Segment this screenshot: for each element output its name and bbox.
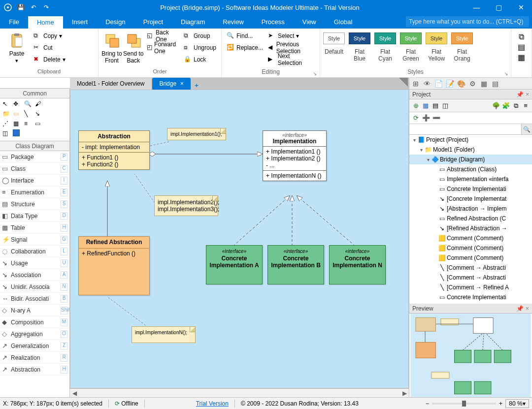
arrow-icon[interactable]: ↘	[34, 110, 42, 118]
tree-node[interactable]: ▭Concrete Implementati	[409, 292, 532, 302]
tree-node[interactable]: 🟨Comment (Comment)	[409, 233, 532, 243]
class-refined-abstraction[interactable]: Refined Abstraction + RefinedFunction ()	[78, 236, 150, 295]
forward-one-button[interactable]: ◰Forward One	[145, 42, 181, 53]
toolbox-search-input[interactable]	[0, 78, 72, 88]
find-button[interactable]: 🔍Find...	[225, 31, 265, 41]
conn1-icon[interactable]: ⋰	[2, 120, 10, 127]
tab-folder-overview[interactable]: Model1 - Folder Overview	[70, 78, 151, 90]
style-flatgreen[interactable]: Style	[400, 32, 422, 44]
pin-icon[interactable]: 📌	[516, 91, 524, 98]
color-swatch-icon[interactable]	[13, 129, 20, 136]
tool-b-icon[interactable]: ◫	[441, 101, 450, 110]
frame-icon[interactable]: ▭	[34, 120, 42, 127]
preview-pane-header[interactable]: Preview 📌×	[409, 304, 532, 314]
minimize-button[interactable]: —	[466, 0, 488, 15]
pointer-icon[interactable]: ↖	[2, 100, 10, 108]
prev-selection-button[interactable]: ◀Previous Selection	[266, 42, 317, 53]
add-tab-button[interactable]: ＋	[192, 81, 201, 90]
toolbox-item[interactable]: ↔Bidir. AssociatiB	[0, 293, 69, 305]
add-green-icon[interactable]: ⊕	[411, 101, 420, 110]
replace-button[interactable]: 🔁Replace...	[225, 42, 265, 53]
scroll-right-icon[interactable]: ▶	[400, 390, 409, 397]
collapsed-panel-handle[interactable]: ◀	[70, 90, 70, 99]
add-blue-icon[interactable]: ▦	[421, 101, 430, 110]
diagram-canvas[interactable]: ◀ Abstr	[70, 90, 409, 388]
tree-node[interactable]: ╲[Comment → Refined A	[409, 283, 532, 292]
project-tree[interactable]: ▾📘Project (Project)▾📁Model1 (Folder)▾🔷Br…	[409, 135, 532, 304]
tree-node[interactable]: 🟨Comment (Comment)	[409, 253, 532, 263]
close-icon[interactable]: ×	[180, 80, 184, 87]
toolbox-item[interactable]: ≡EnumerationE	[0, 187, 69, 198]
toolbox-item[interactable]: ▦TableH	[0, 222, 69, 234]
tab-bridge[interactable]: Bridge×	[152, 78, 191, 90]
toolbox-item[interactable]: ↗RealizationR	[0, 352, 69, 364]
grid-icon[interactable]: ▦	[13, 120, 21, 127]
toolbox-item[interactable]: ↘AssociationA	[0, 269, 69, 281]
menu-home[interactable]: Home	[28, 15, 63, 29]
toolbox-item[interactable]: ◇N-ary AShift+R	[0, 305, 69, 316]
tab-menu-icon[interactable]	[399, 78, 408, 87]
zoom-value[interactable]: 80 % ▾	[505, 399, 529, 408]
class-abstraction[interactable]: Abstraction - impl: Implementation + Fun…	[78, 130, 150, 170]
redo-icon[interactable]: ↷	[41, 2, 51, 12]
paste-button[interactable]: Paste▾	[3, 31, 31, 66]
toolbox-item[interactable]: ◧Data TypeD	[0, 210, 69, 222]
zoom-icon[interactable]: 🔍	[24, 100, 32, 108]
tree-b-icon[interactable]: 🧩	[501, 101, 510, 110]
lock-button[interactable]: 🔒Lock	[182, 54, 218, 65]
copy-button[interactable]: ⧉Copy ▾	[32, 31, 67, 41]
expand-icon[interactable]: ▾	[425, 157, 431, 162]
menu-process[interactable]: Process	[253, 15, 294, 29]
tree-node[interactable]: ↘[Refined Abstraction →	[409, 223, 532, 233]
ungroup-button[interactable]: ⧈Ungroup	[182, 42, 218, 53]
menu-insert[interactable]: Insert	[63, 15, 97, 29]
tree-node[interactable]: 🟨Comment (Comment)	[409, 243, 532, 253]
list-icon[interactable]: ≡	[24, 120, 32, 127]
comment-1[interactable]: impl.Implementation1();	[167, 128, 226, 140]
toolbox-item[interactable]: ↗GeneralizationZ	[0, 340, 69, 352]
component-icon[interactable]: ◫	[2, 129, 10, 137]
project-search-input[interactable]	[409, 124, 521, 134]
tree-node[interactable]: ▭Implementation «interfa	[409, 174, 532, 184]
interface-implementation[interactable]: «interface» Implementation + Implementat…	[263, 130, 327, 181]
tree-node[interactable]: ▭Abstraction (Class)	[409, 164, 532, 174]
editing-launcher-icon[interactable]: ↘	[313, 71, 317, 76]
toolbox-item[interactable]: ⚡SignalG	[0, 234, 69, 246]
toolbox-item[interactable]: ◇AggregationO	[0, 328, 69, 340]
tree-a-icon[interactable]: 🌳	[492, 101, 500, 110]
refresh-icon[interactable]: ⟳	[411, 114, 420, 123]
styles-launcher-icon[interactable]: ↘	[504, 71, 508, 76]
zoom-out-button[interactable]: −	[426, 400, 429, 407]
toolbox-item[interactable]: ◆CompositionM	[0, 316, 69, 328]
bring-to-front-button[interactable]: Bring to Front	[101, 31, 122, 66]
delete-button[interactable]: ✖Delete ▾	[32, 54, 67, 65]
tree-node[interactable]: ▭Refined Abstraction (C	[409, 214, 532, 223]
gear-icon[interactable]: ⚙	[467, 79, 477, 89]
toolbox-item[interactable]: ◌CollaborationL	[0, 246, 69, 257]
zoom-in-button[interactable]: +	[499, 400, 502, 407]
ribbon-extra2-icon[interactable]: ▤	[518, 42, 525, 52]
project-search-button[interactable]: 🔍	[521, 124, 532, 134]
zoom-slider[interactable]	[432, 403, 496, 405]
style-default[interactable]: Style	[323, 32, 345, 44]
preview-pane[interactable]	[409, 314, 532, 397]
toolbox-item[interactable]: ↗AbstractionH	[0, 364, 69, 376]
tree-node[interactable]: ▾📁Model1 (Folder)	[409, 145, 532, 155]
group-button[interactable]: ⧉Group	[182, 31, 218, 41]
comment-2[interactable]: impl.Implementation2(); impl.Implementat…	[154, 195, 218, 216]
hand-icon[interactable]: ✥	[13, 100, 21, 108]
style-flatorange[interactable]: Style	[451, 32, 473, 44]
interface-concrete-n[interactable]: «interface» Concrete Implementation N	[329, 245, 386, 284]
close-pane-icon[interactable]: ×	[526, 91, 529, 98]
tree-node[interactable]: ↘[Abstraction → Implem	[409, 204, 532, 214]
close-button[interactable]: ✕	[510, 0, 532, 15]
cut-button[interactable]: ✂Cut	[32, 42, 67, 53]
toolbox-item[interactable]: ▭ClassC	[0, 163, 69, 175]
menu-file[interactable]: File	[0, 15, 28, 29]
style-flatyellow[interactable]: Style	[426, 32, 447, 44]
folder-icon[interactable]: 📁	[2, 110, 10, 118]
back-one-button[interactable]: ◱Back One	[145, 31, 181, 41]
minus-icon[interactable]: ➖	[432, 114, 441, 123]
menu-review[interactable]: Review	[214, 15, 253, 29]
tree-node[interactable]: ↘[Concrete Implementat	[409, 194, 532, 204]
